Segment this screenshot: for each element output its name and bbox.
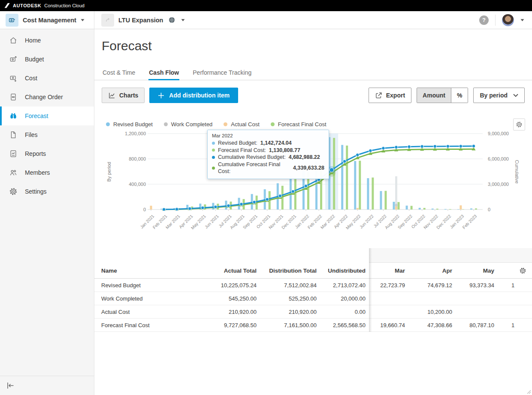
- marker-cumulative-revised-budget[interactable]: [201, 206, 205, 210]
- chart-month-column[interactable]: [339, 134, 351, 210]
- table-row-forecast-final-cost[interactable]: Forecast Final Cost9,727,068.507,161,500…: [94, 319, 532, 332]
- bar-revised-budget[interactable]: [444, 209, 447, 210]
- marker-cumulative-revised-budget[interactable]: [214, 205, 218, 209]
- bar-revised-budget[interactable]: [380, 191, 382, 210]
- bar-forecast-final-cost[interactable]: [449, 209, 451, 210]
- amount-toggle-option[interactable]: Amount: [417, 88, 451, 103]
- files-icon: [9, 131, 18, 139]
- marker-cumulative-revised-budget[interactable]: [408, 145, 411, 149]
- sidebar-item-members[interactable]: Members: [0, 163, 94, 182]
- bar-actual-cost[interactable]: [357, 208, 359, 210]
- tab-performance-tracking[interactable]: Performance Tracking: [192, 67, 252, 80]
- marker-cumulative-revised-budget[interactable]: [329, 168, 334, 172]
- chart-month-column[interactable]: [171, 134, 183, 210]
- marker-cumulative-revised-budget[interactable]: [266, 198, 269, 201]
- bar-forecast-final-cost[interactable]: [359, 161, 361, 210]
- marker-cumulative-revised-budget[interactable]: [162, 208, 166, 211]
- bar-forecast-final-cost[interactable]: [411, 206, 413, 210]
- sidebar-item-budget[interactable]: Budget: [0, 50, 94, 69]
- user-avatar[interactable]: [502, 14, 514, 26]
- legend-item-revised-budget[interactable]: Revised Budget: [106, 121, 153, 128]
- chart-month-column[interactable]: [145, 134, 157, 210]
- marker-cumulative-revised-budget[interactable]: [188, 207, 191, 210]
- period-dropdown[interactable]: By period: [473, 88, 525, 103]
- sidebar-item-files[interactable]: Files: [0, 125, 94, 144]
- project-selector[interactable]: LTU Expansion: [94, 11, 479, 29]
- cell-undistributed: 2,565,568.50: [317, 322, 369, 328]
- marker-cumulative-revised-budget[interactable]: [240, 203, 243, 206]
- chart-month-column[interactable]: [351, 134, 363, 210]
- bar-forecast-final-cost[interactable]: [372, 178, 374, 210]
- chart-legend: Revised BudgetWork CompletedActual CostF…: [106, 121, 326, 128]
- bar-revised-budget[interactable]: [341, 145, 343, 210]
- bar-forecast-final-cost[interactable]: [436, 209, 438, 210]
- sidebar-item-reports[interactable]: Reports: [0, 144, 94, 163]
- add-distribution-item-button[interactable]: Add distribution item: [149, 88, 238, 103]
- sidebar-item-cost[interactable]: Cost: [0, 69, 94, 88]
- marker-cumulative-revised-budget[interactable]: [446, 145, 450, 148]
- bar-actual-cost[interactable]: [395, 207, 397, 210]
- marker-cumulative-revised-budget[interactable]: [433, 145, 437, 148]
- bar-actual-cost[interactable]: [459, 205, 462, 210]
- sidebar-item-home[interactable]: Home: [0, 31, 94, 50]
- marker-cumulative-revised-budget[interactable]: [253, 201, 256, 204]
- sidebar-item-settings[interactable]: Settings: [0, 182, 94, 201]
- marker-cumulative-revised-budget[interactable]: [459, 145, 462, 148]
- bar-revised-budget[interactable]: [432, 209, 434, 210]
- help-button[interactable]: ?: [479, 15, 489, 25]
- bar-forecast-final-cost[interactable]: [462, 209, 464, 210]
- marker-cumulative-revised-budget[interactable]: [369, 149, 372, 152]
- sidebar-collapse-button[interactable]: [0, 376, 94, 395]
- right-axis-tick-label: 0: [488, 207, 490, 212]
- bar-revised-budget[interactable]: [354, 161, 356, 210]
- marker-cumulative-revised-budget[interactable]: [278, 194, 282, 198]
- chart-month-column[interactable]: [377, 134, 389, 210]
- marker-cumulative-revised-budget[interactable]: [304, 184, 308, 188]
- marker-cumulative-revised-budget[interactable]: [356, 153, 359, 157]
- tooltip-label: Forecast Final Cost:: [218, 147, 266, 154]
- marker-cumulative-revised-budget[interactable]: [175, 208, 178, 211]
- legend-item-work-completed[interactable]: Work Completed: [164, 121, 213, 128]
- chevron-down-icon[interactable]: [520, 19, 524, 21]
- percent-toggle-option[interactable]: %: [451, 88, 468, 103]
- marker-cumulative-revised-budget[interactable]: [382, 146, 385, 150]
- legend-item-actual-cost[interactable]: Actual Cost: [224, 121, 259, 128]
- bar-revised-budget[interactable]: [419, 208, 421, 210]
- marker-cumulative-revised-budget[interactable]: [227, 204, 230, 207]
- bar-revised-budget[interactable]: [457, 209, 459, 210]
- chart-settings-button[interactable]: [513, 118, 525, 131]
- table-row-actual-cost[interactable]: Actual Cost210,920.00210,920.000.0010,20…: [94, 305, 532, 319]
- charts-toggle-button[interactable]: Charts: [102, 88, 145, 103]
- bar-revised-budget[interactable]: [393, 202, 395, 210]
- marker-cumulative-revised-budget[interactable]: [472, 144, 475, 148]
- bar-revised-budget[interactable]: [470, 208, 472, 210]
- bar-forecast-final-cost[interactable]: [346, 146, 348, 210]
- table-row-revised-budget[interactable]: Revised Budget10,225,075.247,512,002.842…: [94, 279, 532, 292]
- marker-cumulative-revised-budget[interactable]: [291, 190, 295, 193]
- marker-cumulative-revised-budget[interactable]: [343, 160, 346, 163]
- bar-actual-cost[interactable]: [150, 206, 152, 210]
- table-settings-icon[interactable]: [519, 267, 532, 274]
- bar-forecast-final-cost[interactable]: [475, 209, 477, 210]
- bar-forecast-final-cost[interactable]: [384, 191, 387, 210]
- bar-revised-budget[interactable]: [367, 178, 369, 210]
- marker-cumulative-revised-budget[interactable]: [395, 146, 398, 149]
- bar-forecast-final-cost[interactable]: [398, 202, 400, 210]
- legend-item-forecast-final-cost[interactable]: Forecast Final Cost: [271, 121, 326, 128]
- export-button[interactable]: Export: [369, 88, 411, 103]
- tab-cash-flow[interactable]: Cash Flow: [148, 67, 179, 80]
- resize-grip-icon: [526, 389, 531, 394]
- tab-cost-and-time[interactable]: Cost & Time: [102, 67, 136, 80]
- globe-icon: [169, 17, 175, 23]
- chart-month-column[interactable]: [158, 134, 170, 210]
- sidebar-item-change-order[interactable]: Change Order: [0, 88, 94, 106]
- bar-forecast-final-cost[interactable]: [423, 208, 426, 210]
- sidebar-item-forecast[interactable]: Forecast: [0, 106, 94, 125]
- chart-month-column[interactable]: [184, 134, 196, 210]
- product-switcher[interactable]: Cost Management: [0, 11, 94, 29]
- bar-revised-budget[interactable]: [406, 206, 408, 210]
- sidebar-item-label: Members: [25, 169, 50, 176]
- chart-month-column[interactable]: [364, 134, 376, 210]
- marker-cumulative-revised-budget[interactable]: [420, 145, 424, 148]
- table-row-work-completed[interactable]: Work Completed545,250.00525,250.0020,000…: [94, 292, 532, 305]
